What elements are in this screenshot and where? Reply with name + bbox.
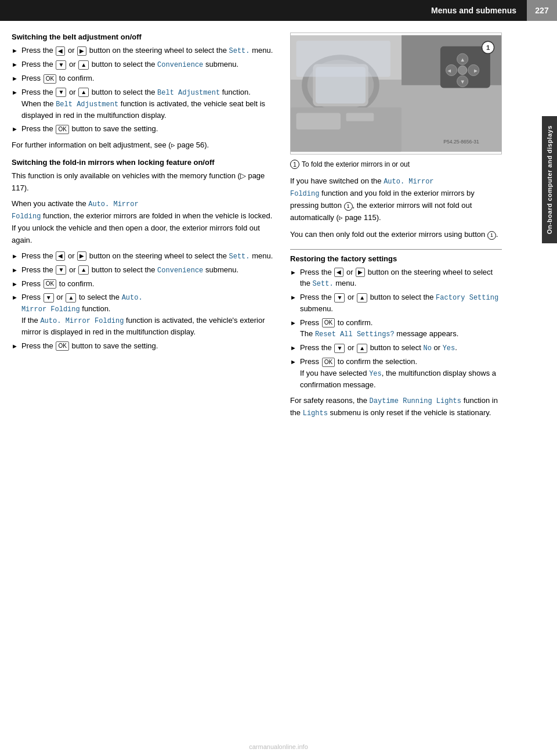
left-arrow-btn: ◀ bbox=[56, 251, 65, 261]
code-yes: Yes bbox=[443, 344, 455, 352]
up-arrow-btn: ▲ bbox=[66, 293, 76, 303]
section-fold-mirrors: Switching the fold-in mirrors when locki… bbox=[12, 158, 278, 351]
bullet-content: Press the ▼ or ▲ button to select the Be… bbox=[21, 87, 278, 121]
svg-rect-22 bbox=[346, 113, 374, 121]
svg-text:1: 1 bbox=[486, 44, 490, 51]
list-item: ► Press the OK button to save the settin… bbox=[12, 340, 278, 352]
section2-heading: Switching the fold-in mirrors when locki… bbox=[12, 158, 278, 167]
up-arrow-btn: ▲ bbox=[78, 88, 89, 97]
bullet-content: Press the OK button to save the setting. bbox=[21, 123, 278, 135]
bullet-content: Press OK to confirm. bbox=[21, 73, 278, 84]
list-item: ► Press the ◀ or ▶ button on the steerin… bbox=[12, 250, 278, 262]
code-no: No bbox=[423, 344, 431, 352]
code-yes2: Yes bbox=[369, 370, 382, 378]
code-sett: Sett. bbox=[229, 47, 250, 55]
svg-rect-23 bbox=[296, 41, 390, 77]
section2-para2: When you activate the Auto. MirrorFoldin… bbox=[12, 198, 278, 247]
svg-point-12 bbox=[458, 66, 466, 74]
down-arrow-btn: ▼ bbox=[334, 293, 345, 303]
bullet-arrow-icon: ► bbox=[12, 46, 18, 56]
section1-para: For further information on belt adjustme… bbox=[12, 139, 278, 152]
code-convenience: Convenience bbox=[157, 61, 203, 69]
image-caption: 1 To fold the exterior mirrors in or out bbox=[290, 159, 502, 170]
up-arrow-btn: ▲ bbox=[357, 344, 367, 353]
bullet-arrow-icon: ► bbox=[12, 251, 18, 261]
ok-btn: OK bbox=[56, 341, 68, 351]
list-item: ► Press the ▼ or ▲ button to select the … bbox=[12, 264, 278, 276]
bullet-arrow-icon: ► bbox=[12, 124, 18, 134]
section-belt-adjustment: Switching the belt adjustment on/off ► P… bbox=[12, 33, 278, 151]
code-factory: Factory Setting bbox=[436, 294, 498, 302]
side-tab-label: On-board computer and displays bbox=[545, 125, 554, 234]
bullet-content: Press the ▼ or ▲ button to select the Co… bbox=[21, 264, 278, 276]
code-sett: Sett. bbox=[229, 253, 250, 261]
caption-number-circle: 1 bbox=[290, 160, 299, 169]
bullet-content: Press the ▼ or ▲ button to select No or … bbox=[300, 342, 502, 354]
ok-btn: OK bbox=[44, 279, 56, 289]
svg-text:P54.25-8656-31: P54.25-8656-31 bbox=[443, 139, 479, 145]
code-convenience: Convenience bbox=[157, 267, 203, 275]
section-restore-heading: Restoring the factory settings bbox=[290, 254, 502, 263]
bullet-arrow-icon: ► bbox=[290, 293, 296, 303]
bullet-arrow-icon: ► bbox=[12, 265, 18, 275]
list-item: ► Press the OK button to save the settin… bbox=[12, 123, 278, 135]
list-item: ► Press OK to confirm the selection. If … bbox=[290, 356, 502, 390]
list-item: ► Press the ▼ or ▲ button to select No o… bbox=[290, 342, 502, 354]
bullet-arrow-icon: ► bbox=[290, 357, 296, 367]
list-item: ► Press the ▼ or ▲ button to select the … bbox=[290, 291, 502, 315]
list-item: ► Press the ◀ or ▶ button on the steerin… bbox=[12, 45, 278, 56]
header-title: Menus and submenus bbox=[0, 6, 557, 15]
ok-btn: OK bbox=[44, 74, 56, 84]
bullet-arrow-icon: ► bbox=[12, 341, 18, 351]
page-number: 227 bbox=[527, 0, 557, 21]
code-lights: Lights bbox=[303, 409, 328, 417]
down-arrow-btn: ▼ bbox=[44, 293, 54, 303]
right-footer-para: For safety reasons, the Daytime Running … bbox=[290, 395, 502, 419]
bullet-arrow-icon: ► bbox=[12, 60, 18, 70]
code-auto-mirror2: Auto.Mirror Folding bbox=[21, 294, 143, 314]
list-item: ► Press the ◀ or ▶ button on the steerin… bbox=[290, 267, 502, 290]
side-tab: On-board computer and displays bbox=[542, 116, 557, 243]
restore-bullet-list: ► Press the ◀ or ▶ button on the steerin… bbox=[290, 267, 502, 391]
bullet-arrow-icon: ► bbox=[290, 343, 296, 353]
bullet-arrow-icon: ► bbox=[290, 318, 296, 328]
bullet-content: Press the ▼ or ▲ button to select the Fa… bbox=[300, 291, 502, 315]
code-auto-mirror: Auto. MirrorFolding bbox=[12, 200, 139, 221]
up-arrow-btn: ▲ bbox=[357, 293, 367, 303]
down-arrow-btn: ▼ bbox=[56, 60, 66, 70]
code-reset: Reset All Settings? bbox=[315, 330, 395, 339]
ok-btn: OK bbox=[56, 125, 68, 134]
code-sett: Sett. bbox=[313, 280, 334, 288]
list-item: ► Press OK to confirm. The Reset All Set… bbox=[290, 317, 502, 340]
section1-heading: Switching the belt adjustment on/off bbox=[12, 33, 278, 41]
down-arrow-btn: ▼ bbox=[56, 88, 66, 97]
right-arrow-btn: ▶ bbox=[356, 268, 365, 277]
ok-btn: OK bbox=[322, 358, 335, 367]
bullet-content: Press the OK button to save the setting. bbox=[21, 340, 278, 352]
bullet-content: Press OK to confirm. bbox=[21, 278, 278, 290]
svg-text:▲: ▲ bbox=[460, 56, 465, 63]
right-arrow-btn: ▶ bbox=[77, 251, 86, 261]
svg-text:◄: ◄ bbox=[446, 67, 451, 74]
list-item: ► Press OK to confirm. bbox=[12, 73, 278, 84]
svg-text:►: ► bbox=[473, 67, 478, 74]
bullet-arrow-icon: ► bbox=[12, 293, 18, 303]
ok-btn: OK bbox=[322, 318, 335, 327]
section1-bullet-list: ► Press the ◀ or ▶ button on the steerin… bbox=[12, 45, 278, 135]
left-column: Switching the belt adjustment on/off ► P… bbox=[12, 33, 278, 420]
down-arrow-btn: ▼ bbox=[334, 344, 345, 353]
code-daytime: Daytime Running Lights bbox=[370, 397, 461, 405]
right-para1: If you have switched on the Auto. Mirror… bbox=[290, 175, 502, 224]
bullet-content: Press OK to confirm. The Reset All Setti… bbox=[300, 317, 502, 340]
section-divider bbox=[290, 249, 502, 250]
caption-text: To fold the exterior mirrors in or out bbox=[302, 159, 410, 170]
bullet-content: Press OK to confirm the selection. If yo… bbox=[300, 356, 502, 390]
list-item: ► Press the ▼ or ▲ button to select the … bbox=[12, 87, 278, 121]
bullet-arrow-icon: ► bbox=[290, 268, 296, 278]
watermark: carmanualonline.info bbox=[249, 743, 308, 750]
section2-para1: This function is only available on vehic… bbox=[12, 170, 278, 195]
bullet-content: Press the ▼ or ▲ button to select the Co… bbox=[21, 59, 278, 70]
bullet-content: Press ▼ or ▲ to select the Auto.Mirror F… bbox=[21, 291, 278, 338]
right-arrow-btn: ▶ bbox=[77, 46, 86, 56]
bullet-arrow-icon: ► bbox=[12, 74, 18, 84]
